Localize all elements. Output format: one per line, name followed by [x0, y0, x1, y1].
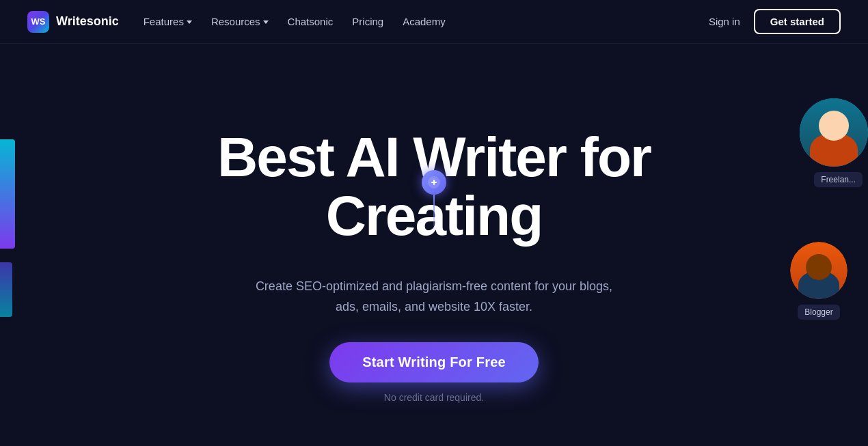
cursor-line	[433, 195, 435, 236]
start-writing-button[interactable]: Start Writing For Free	[329, 342, 539, 382]
logo-icon: WS	[27, 11, 49, 33]
avatar-woman-face	[800, 98, 868, 167]
avatar-man	[790, 242, 847, 299]
left-decoration-bar	[0, 139, 15, 249]
cursor-element	[422, 170, 446, 236]
avatar-freelancer-group: Freelan...	[800, 98, 868, 187]
no-credit-text: No credit card required.	[384, 392, 484, 403]
avatar-blogger-group: Blogger	[790, 242, 847, 320]
nav-academy[interactable]: Academy	[403, 16, 446, 27]
nav-resources[interactable]: Resources	[211, 16, 269, 27]
nav-pricing[interactable]: Pricing	[352, 16, 383, 27]
get-started-button[interactable]: Get started	[754, 9, 841, 34]
nav-chatsonic[interactable]: Chatsonic	[288, 16, 334, 27]
left-decoration-bar-bottom	[0, 262, 12, 317]
avatar-man-face	[790, 242, 847, 299]
cursor-circle-icon	[422, 170, 446, 195]
nav-links: Features Resources Chatsonic Pricing Aca…	[144, 16, 446, 27]
features-chevron-icon	[187, 20, 192, 24]
nav-left: WS Writesonic Features Resources Chatson…	[27, 11, 446, 33]
hero-subtitle: Create SEO-optimized and plagiarism-free…	[243, 277, 625, 317]
nav-right: Sign in Get started	[709, 9, 841, 34]
navbar: WS Writesonic Features Resources Chatson…	[0, 0, 868, 44]
resources-chevron-icon	[263, 20, 269, 24]
sign-in-link[interactable]: Sign in	[709, 16, 740, 27]
avatar-woman	[800, 98, 868, 167]
brand-name: Writesonic	[56, 14, 119, 29]
blogger-badge: Blogger	[798, 305, 839, 320]
logo[interactable]: WS Writesonic	[27, 11, 119, 33]
hero-section: Best AI Writer for Creating Create SEO-o…	[0, 44, 868, 446]
freelancer-badge: Freelan...	[814, 172, 863, 187]
nav-features[interactable]: Features	[144, 16, 192, 27]
